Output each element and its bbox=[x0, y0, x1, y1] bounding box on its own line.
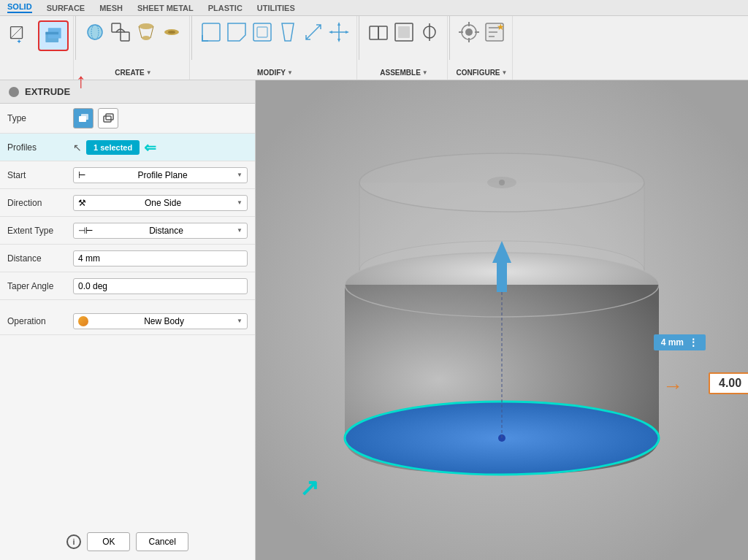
start-icon: ⊢ bbox=[78, 170, 85, 180]
panel-title: EXTRUDE bbox=[25, 86, 70, 97]
revolve-button[interactable] bbox=[83, 20, 107, 44]
operation-value: New Body bbox=[144, 316, 184, 326]
operation-chevron: ▼ bbox=[237, 318, 243, 324]
extent-type-icon: ⊣⊢ bbox=[78, 226, 93, 236]
svg-point-32 bbox=[465, 28, 473, 36]
svg-text:+: + bbox=[17, 38, 20, 45]
assemble-btn3[interactable] bbox=[418, 20, 441, 44]
svg-rect-5 bbox=[45, 32, 58, 35]
extrude-panel: EXTRUDE Type bbox=[0, 80, 256, 560]
direction-icon: ⚒ bbox=[78, 198, 86, 208]
start-row: Start ⊢ Profile Plane ▼ bbox=[0, 161, 255, 189]
scale-button[interactable] bbox=[302, 20, 325, 44]
taper-input[interactable] bbox=[73, 278, 248, 294]
extent-type-chevron: ▼ bbox=[237, 227, 243, 234]
distance-row: Distance bbox=[0, 245, 255, 272]
create-chevron[interactable]: ▼ bbox=[146, 69, 152, 76]
dimension-input-box[interactable]: 4 mm ⋮ bbox=[654, 334, 706, 350]
chamfer-button[interactable] bbox=[225, 20, 248, 44]
svg-rect-42 bbox=[81, 114, 88, 120]
type-solid-btn[interactable] bbox=[73, 108, 94, 129]
direction-value: One Side bbox=[145, 198, 181, 208]
config-btn2[interactable]: ★ bbox=[483, 20, 506, 44]
tab-sheet-metal[interactable]: SHEET METAL bbox=[137, 4, 194, 12]
profiles-selected-badge[interactable]: 1 selected bbox=[86, 140, 140, 155]
profiles-row: Profiles ↖ 1 selected ⇐ bbox=[0, 134, 255, 161]
operation-label: Operation bbox=[7, 316, 73, 326]
move-button[interactable] bbox=[327, 20, 351, 44]
modify-chevron[interactable]: ▼ bbox=[287, 69, 293, 76]
start-chevron: ▼ bbox=[237, 172, 243, 178]
extent-type-value: Distance bbox=[149, 226, 183, 236]
profiles-cyan-arrow: ⇐ bbox=[144, 139, 156, 156]
cyan-corner-arrow: ↗ bbox=[299, 474, 319, 502]
configure-chevron[interactable]: ▼ bbox=[502, 69, 508, 76]
create-label: CREATE bbox=[115, 69, 144, 77]
sketch-button[interactable]: + bbox=[4, 20, 35, 51]
start-dropdown[interactable]: ⊢ Profile Plane ▼ bbox=[73, 167, 248, 183]
svg-rect-28 bbox=[398, 26, 410, 38]
direction-chevron: ▼ bbox=[237, 199, 243, 206]
fillet-button[interactable] bbox=[199, 20, 223, 44]
tab-utilities[interactable]: UTILITIES bbox=[257, 4, 295, 12]
viewport[interactable]: 4 mm ⋮ → 4.00 ↗ bbox=[256, 80, 748, 560]
svg-point-54 bbox=[499, 180, 505, 185]
type-label: Type bbox=[7, 113, 73, 123]
distance-input[interactable] bbox=[73, 250, 248, 266]
svg-line-1 bbox=[11, 27, 23, 39]
svg-rect-26 bbox=[378, 26, 387, 39]
hole-button[interactable] bbox=[160, 20, 183, 44]
assemble-btn1[interactable] bbox=[367, 20, 390, 44]
panel-footer: i OK Cancel bbox=[0, 523, 255, 560]
dimension-value-text: 4 mm bbox=[661, 337, 684, 348]
sweep-button[interactable] bbox=[109, 20, 132, 44]
config-btn1[interactable] bbox=[457, 20, 481, 44]
dimension-label-400[interactable]: 4.00 bbox=[709, 372, 748, 394]
svg-point-6 bbox=[88, 25, 102, 39]
direction-label: Direction bbox=[7, 198, 73, 208]
extrude-button[interactable] bbox=[38, 20, 69, 51]
extent-type-label: Extent Type bbox=[7, 226, 73, 236]
loft-button[interactable] bbox=[134, 20, 158, 44]
operation-row: Operation New Body ▼ bbox=[0, 307, 255, 335]
svg-rect-18 bbox=[257, 27, 267, 37]
operation-icon bbox=[78, 316, 88, 326]
svg-rect-62 bbox=[497, 263, 507, 292]
svg-rect-25 bbox=[370, 26, 378, 39]
info-icon[interactable]: i bbox=[66, 534, 81, 549]
svg-point-10 bbox=[139, 23, 153, 29]
draft-button[interactable] bbox=[276, 20, 299, 44]
assemble-chevron[interactable]: ▼ bbox=[422, 69, 428, 76]
modify-label: MODIFY bbox=[257, 69, 286, 77]
cancel-button[interactable]: Cancel bbox=[136, 532, 188, 551]
start-label: Start bbox=[7, 170, 73, 180]
svg-marker-21 bbox=[337, 22, 340, 26]
dimension-menu-dots[interactable]: ⋮ bbox=[688, 337, 698, 348]
tab-plastic[interactable]: PLASTIC bbox=[208, 4, 243, 12]
config-star: ★ bbox=[497, 22, 505, 32]
ok-button[interactable]: OK bbox=[87, 532, 130, 551]
taper-label: Taper Angle bbox=[7, 281, 73, 291]
shell-button[interactable] bbox=[251, 20, 274, 44]
svg-marker-23 bbox=[329, 31, 332, 34]
svg-rect-44 bbox=[106, 114, 113, 120]
tab-solid[interactable]: SOLID bbox=[7, 2, 32, 13]
type-row: Type bbox=[0, 104, 255, 134]
svg-rect-17 bbox=[253, 23, 271, 41]
panel-header: EXTRUDE bbox=[0, 80, 255, 104]
red-arrow-indicator: ↑ bbox=[76, 69, 86, 93]
svg-marker-22 bbox=[337, 39, 340, 42]
assemble-btn2[interactable] bbox=[392, 20, 416, 44]
type-surface-btn[interactable] bbox=[98, 108, 118, 129]
tab-surface[interactable]: SURFACE bbox=[47, 4, 85, 12]
profiles-label: Profiles bbox=[7, 142, 73, 153]
direction-row: Direction ⚒ One Side ▼ bbox=[0, 189, 255, 217]
operation-dropdown[interactable]: New Body ▼ bbox=[73, 313, 248, 329]
start-value: Profile Plane bbox=[138, 170, 188, 180]
extent-type-dropdown[interactable]: ⊣⊢ Distance ▼ bbox=[73, 223, 248, 239]
direction-dropdown[interactable]: ⚒ One Side ▼ bbox=[73, 195, 248, 211]
svg-rect-16 bbox=[202, 23, 220, 41]
svg-rect-8 bbox=[112, 23, 121, 32]
configure-label: CONFIGURE bbox=[457, 69, 500, 77]
tab-mesh[interactable]: MESH bbox=[99, 4, 123, 12]
